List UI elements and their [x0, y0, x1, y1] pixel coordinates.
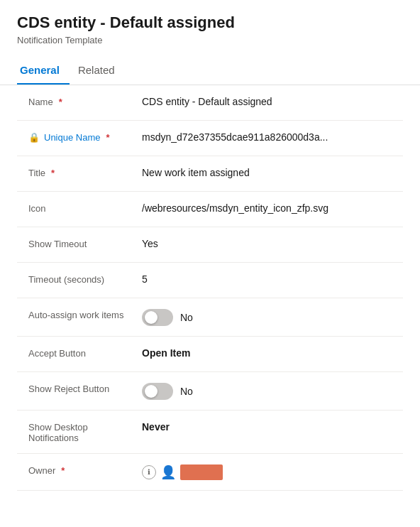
label-show-timeout: Show Timeout	[28, 237, 142, 249]
lock-icon: 🔒	[28, 132, 40, 143]
toggle-auto-assign-container: No	[142, 309, 392, 326]
toggle-reject-label: No	[180, 386, 193, 397]
required-indicator: *	[59, 97, 62, 107]
value-auto-assign: No	[142, 308, 392, 326]
tab-general[interactable]: General	[17, 57, 70, 85]
field-desktop-notifications: Show DesktopNotifications Never	[17, 411, 403, 454]
owner-person-icon: 👤	[160, 464, 176, 480]
toggle-reject[interactable]	[142, 383, 173, 400]
field-timeout-seconds: Timeout (seconds) 5	[17, 263, 403, 298]
required-indicator-unique: *	[106, 132, 110, 143]
page-subtitle: Notification Template	[17, 35, 403, 45]
field-owner: Owner * ℹ 👤	[17, 454, 403, 491]
page-title: CDS entity - Default assigned	[17, 13, 403, 33]
value-title: New work item assigned	[142, 166, 392, 178]
toggle-reject-container: No	[142, 383, 392, 400]
field-auto-assign: Auto-assign work items No	[17, 298, 403, 337]
label-show-reject-button: Show Reject Button	[28, 382, 142, 394]
field-show-reject-button: Show Reject Button No	[17, 372, 403, 411]
value-timeout-seconds: 5	[142, 273, 392, 285]
owner-icons-container: ℹ 👤	[142, 464, 392, 480]
field-accept-button: Accept Button Open Item	[17, 337, 403, 372]
label-timeout-seconds: Timeout (seconds)	[28, 273, 142, 285]
label-name: Name *	[28, 95, 142, 107]
field-show-timeout: Show Timeout Yes	[17, 227, 403, 263]
owner-color-indicator	[180, 464, 223, 480]
owner-info-icon[interactable]: ℹ	[142, 465, 156, 479]
value-accept-button: Open Item	[142, 347, 392, 359]
toggle-reject-track	[142, 383, 173, 400]
tab-related[interactable]: Related	[75, 57, 125, 85]
field-name: Name * CDS entity - Default assigned	[17, 85, 403, 121]
label-unique-name: 🔒 Unique Name *	[28, 131, 142, 143]
field-unique-name: 🔒 Unique Name * msdyn_d72e37355dcae911a8…	[17, 121, 403, 156]
tabs-container: General Related	[0, 57, 420, 85]
label-title: Title *	[28, 166, 142, 178]
value-icon: /webresources/msdyn_entity_icon_zfp.svg	[142, 202, 392, 214]
page-header: CDS entity - Default assigned Notificati…	[0, 0, 420, 51]
field-icon: Icon /webresources/msdyn_entity_icon_zfp…	[17, 192, 403, 227]
value-name: CDS entity - Default assigned	[142, 95, 392, 107]
value-show-reject-button: No	[142, 382, 392, 400]
label-desktop-notifications: Show DesktopNotifications	[28, 420, 142, 443]
toggle-track	[142, 309, 173, 326]
toggle-thumb	[145, 311, 158, 324]
required-indicator-owner: *	[61, 465, 65, 476]
label-owner: Owner *	[28, 464, 142, 476]
value-show-timeout: Yes	[142, 237, 392, 249]
value-owner: ℹ 👤	[142, 464, 392, 480]
label-icon: Icon	[28, 202, 142, 214]
toggle-reject-thumb	[145, 385, 158, 398]
label-auto-assign: Auto-assign work items	[28, 308, 142, 320]
toggle-auto-assign[interactable]	[142, 309, 173, 326]
value-desktop-notifications: Never	[142, 420, 392, 433]
required-indicator-title: *	[51, 168, 55, 178]
toggle-auto-assign-label: No	[180, 312, 193, 323]
label-accept-button: Accept Button	[28, 347, 142, 359]
form-container: Name * CDS entity - Default assigned 🔒 U…	[0, 85, 420, 491]
field-title: Title * New work item assigned	[17, 156, 403, 192]
value-unique-name: msdyn_d72e37355dcae911a826000d3a...	[142, 131, 392, 143]
